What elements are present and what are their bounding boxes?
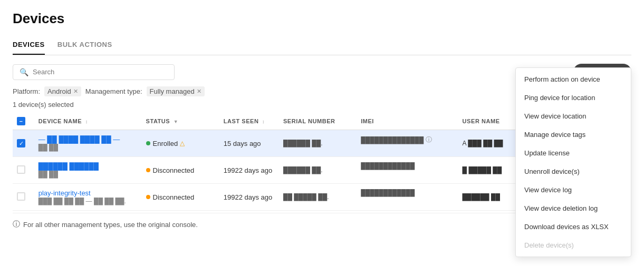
row-checkbox-cell[interactable] [13,157,34,184]
mgmt-filter-remove[interactable]: ✕ [197,88,201,95]
filter-icon-status[interactable]: ▼ [174,119,178,124]
device-sub-text: ███ ██ ██ ██ — ██ ██ ██. [39,198,126,205]
dropdown-item-view-location[interactable]: View device location [516,107,631,125]
row-imei-cell: ████████████ [357,184,458,202]
actions-dropdown: Perform action on devicePing device for … [515,67,631,257]
dropdown-item-view-log[interactable]: View device log [516,181,631,199]
info-icon: ⓘ [13,220,20,229]
tab-devices[interactable]: DEVICES [13,35,45,55]
row-serial-cell: ██ █████ ██. [279,184,357,211]
username-text: █ █████ ██ [463,166,502,174]
row-status-cell: Enrolled △ [142,130,219,157]
status-dot [146,141,150,145]
footer-info-text: For all other management types, use the … [23,221,198,229]
status-dot [146,195,150,199]
platform-value: Android [47,87,71,95]
row-device-name-cell: — ██ ████ ████ ██ — ██ ██ [34,130,142,157]
status-text: Disconnected [153,166,195,174]
imei-text: ████████████ [361,189,415,196]
row-checkbox[interactable] [17,165,25,174]
last-seen-text: 19922 days ago [224,166,273,174]
dropdown-item-manage-tags[interactable]: Manage device tags [516,125,631,144]
imei-text: ████████████ [361,162,415,170]
platform-label: Platform: [13,87,40,95]
mgmt-label: Management type: [85,87,142,95]
username-text: ██████ ██ [463,193,500,201]
platform-filter-tag: Android ✕ [44,86,81,96]
header-checkbox-control[interactable]: – [17,117,25,125]
dropdown-item-perform-action[interactable]: Perform action on device [516,70,631,88]
main-page: Devices DEVICES BULK ACTIONS 🔍 ACTIONS ▼… [0,0,644,266]
header-last-seen: LAST SEEN ↕ [219,113,279,130]
row-serial-cell: ██████ ██. [279,157,357,184]
dropdown-item-view-deletion-log[interactable]: View device deletion log [516,199,631,218]
serial-number-text: ██████ ██. [283,140,323,147]
username-text: A ███ ██ ██ [463,140,503,147]
imei-text: ██████████████ [361,136,424,144]
sort-icon-device[interactable]: ↕ [85,119,88,124]
tab-bulk-actions[interactable]: BULK ACTIONS [57,35,112,55]
serial-number-text: ██████ ██. [283,166,323,174]
row-checkbox[interactable]: ✓ [17,139,25,147]
row-status-cell: Disconnected [142,184,219,211]
header-checkbox[interactable]: – [13,113,34,130]
row-device-name-cell: ██████ ██████ ██ ██ [34,157,142,184]
warning-icon: △ [180,140,185,147]
platform-filter-remove[interactable]: ✕ [73,88,78,95]
search-box[interactable]: 🔍 [13,64,175,80]
device-sub-text: ██ ██ [39,144,58,151]
row-checkbox[interactable] [17,192,25,201]
row-last-seen-cell: 19922 days ago [219,157,279,184]
tab-bar: DEVICES BULK ACTIONS [13,35,631,55]
page-title: Devices [13,11,631,27]
row-last-seen-cell: 15 days ago [219,130,279,157]
device-sub-text: ██ ██ [39,171,58,178]
dropdown-item-delete: Delete device(s) [516,236,631,254]
last-seen-text: 15 days ago [224,140,261,147]
device-name-link[interactable]: — ██ ████ ████ ██ — [39,135,138,143]
dropdown-item-download-xlsx[interactable]: Download devices as XLSX [516,218,631,236]
serial-number-text: ██ █████ ██. [283,193,329,201]
last-seen-text: 19922 days ago [224,193,273,201]
row-checkbox-cell[interactable]: ✓ [13,130,34,157]
search-icon: 🔍 [20,68,28,76]
dropdown-item-update-license[interactable]: Update license [516,144,631,162]
dropdown-item-unenroll[interactable]: Unenroll device(s) [516,162,631,181]
status-dot [146,168,150,172]
row-serial-cell: ██████ ██. [279,130,357,157]
device-name-link[interactable]: play-integrity-test [39,189,138,197]
header-imei: IMEI [357,113,458,130]
dropdown-item-ping-device[interactable]: Ping device for location [516,88,631,107]
footer-info: ⓘ For all other management types, use th… [13,220,198,229]
header-device-name: DEVICE NAME ↕ [34,113,142,130]
row-imei-cell: ██████████████ ⓘ [357,130,458,150]
mgmt-value: Fully managed [150,87,195,95]
device-name-link[interactable]: ██████ ██████ [39,162,138,170]
status-text: Enrolled [153,140,178,147]
search-input[interactable] [33,68,168,76]
header-status: STATUS ▼ [142,113,219,130]
row-checkbox-cell[interactable] [13,184,34,211]
row-status-cell: Disconnected [142,157,219,184]
imei-info-icon[interactable]: ⓘ [426,135,432,144]
row-imei-cell: ████████████ [357,157,458,175]
mgmt-filter-tag: Fully managed ✕ [147,86,205,96]
row-device-name-cell: play-integrity-test ███ ██ ██ ██ — ██ ██… [34,184,142,211]
status-text: Disconnected [153,193,195,201]
sort-icon-last-seen[interactable]: ↕ [262,119,265,124]
header-serial-number: SERIAL NUMBER [279,113,357,130]
row-last-seen-cell: 19922 days ago [219,184,279,211]
